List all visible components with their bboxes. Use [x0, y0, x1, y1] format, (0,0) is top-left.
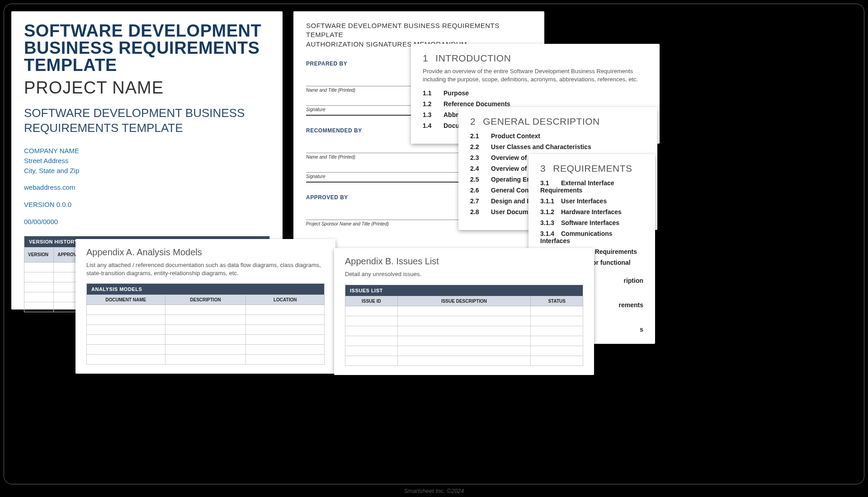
appendix-b-title: Appendix B. Issues List	[345, 256, 583, 267]
issues-list-table: ISSUES LIST ISSUE ID ISSUE DESCRIPTION S…	[345, 285, 583, 366]
col-issue-description: ISSUE DESCRIPTION	[397, 296, 531, 306]
table-row	[87, 335, 325, 345]
company-meta: COMPANY NAME Street Address City, State …	[24, 146, 270, 227]
toc-item: 2.2User Classes and Characteristics	[470, 141, 646, 152]
section-3-heading: 3 REQUIREMENTS	[540, 163, 643, 174]
name-title-caption: Name and Title (Printed)	[306, 155, 355, 159]
signature-caption: Signature	[306, 107, 326, 112]
signature-caption: Signature	[306, 174, 326, 179]
col-doc-name: DOCUMENT NAME	[87, 295, 165, 305]
section-1-num: 1	[423, 53, 433, 64]
table-row	[87, 315, 325, 325]
col-description: DESCRIPTION	[165, 295, 246, 305]
section-2-heading: 2 GENERAL DESCRIPTION	[470, 116, 646, 127]
toc-item: 2.1Product Context	[470, 131, 646, 141]
toc-item: 3.1.4Communications Interfaces	[540, 228, 643, 246]
section-1-heading: 1 INTRODUCTION	[423, 53, 648, 64]
table-row	[345, 346, 583, 356]
appendix-a-desc: List any attached / referenced documenta…	[86, 261, 325, 277]
toc-item: 3.1External Interface Requirements	[540, 178, 643, 196]
section-1-desc: Provide an overview of the entire Softwa…	[423, 67, 648, 83]
sponsor-caption: Project Sponsor Name and Title (Printed)	[306, 221, 389, 226]
sig-header-line1: SOFTWARE DEVELOPMENT BUSINESS REQUIREMEN…	[306, 21, 532, 40]
section-2-title: GENERAL DESCRIPTION	[483, 116, 599, 127]
date-label: 00/00/0000	[24, 217, 270, 227]
doc-subtitle: SOFTWARE DEVELOPMENT BUSINESS REQUIREMEN…	[24, 106, 270, 135]
appendix-a-title: Appendix A. Analysis Models	[86, 247, 325, 258]
toc-item: 3.1.2Hardware Interfaces	[540, 206, 643, 217]
section-1-title: INTRODUCTION	[435, 53, 511, 63]
table-row	[345, 316, 583, 326]
table-row	[87, 345, 325, 355]
section-3-num: 3	[540, 163, 550, 174]
analysis-models-bar: ANALYSIS MODELS	[87, 284, 325, 295]
doc-title: SOFTWARE DEVELOPMENT BUSINESS REQUIREMEN…	[24, 22, 270, 74]
table-row	[87, 355, 325, 365]
issues-list-bar: ISSUES LIST	[345, 285, 583, 296]
company-name: COMPANY NAME	[24, 146, 270, 156]
web-address: webaddress.com	[24, 183, 270, 192]
appendix-b-desc: Detail any unresolved issues.	[345, 270, 583, 278]
col-version: VERSION	[24, 247, 54, 262]
canvas: SOFTWARE DEVELOPMENT BUSINESS REQUIREMEN…	[4, 4, 864, 484]
table-row	[345, 306, 583, 316]
toc-item: 1.1Purpose	[423, 88, 648, 98]
table-row	[87, 305, 325, 315]
city-state-zip: City, State and Zip	[24, 166, 270, 176]
col-issue-id: ISSUE ID	[345, 296, 398, 306]
toc-item: 3.1.3Software Interfaces	[540, 217, 643, 228]
doc-title-line2: BUSINESS REQUIREMENTS TEMPLATE	[24, 38, 259, 75]
col-location: LOCATION	[246, 295, 325, 305]
col-status: STATUS	[531, 296, 583, 306]
table-row	[345, 356, 583, 366]
street-address: Street Address	[24, 156, 270, 166]
table-row	[87, 325, 325, 335]
section-3-title: REQUIREMENTS	[553, 163, 632, 173]
section-2-num: 2	[470, 116, 480, 127]
doc-title-line1: SOFTWARE DEVELOPMENT	[24, 21, 261, 40]
footer-attribution: Smartsheet Inc. ©2024	[0, 488, 868, 494]
appendix-a-card: Appendix A. Analysis Models List any att…	[75, 239, 335, 374]
project-name: PROJECT NAME	[24, 78, 270, 98]
version-label: VERSION 0.0.0	[24, 200, 270, 210]
appendix-b-card: Appendix B. Issues List Detail any unres…	[334, 248, 594, 375]
name-title-caption: Name and Title (Printed)	[306, 88, 355, 93]
table-row	[345, 336, 583, 346]
table-row	[345, 326, 583, 336]
analysis-models-table: ANALYSIS MODELS DOCUMENT NAME DESCRIPTIO…	[86, 283, 325, 365]
toc-item: 3.1.1User Interfaces	[540, 196, 643, 206]
